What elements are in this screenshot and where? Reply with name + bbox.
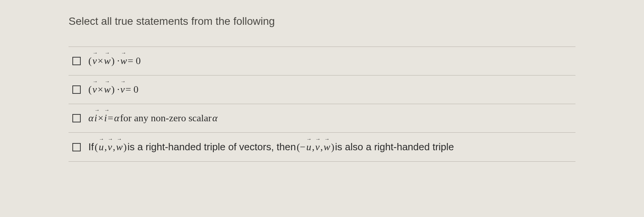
option-row: (v × w) · w = 0: [69, 47, 575, 76]
option-row: αi × i = α for any non-zero scalar α: [69, 104, 575, 133]
options-container: (v × w) · w = 0 (v × w) · v = 0 αi × i =…: [69, 47, 575, 162]
question-prompt: Select all true statements from the foll…: [69, 15, 575, 27]
option-text-1: (v × w) · w = 0: [88, 55, 141, 67]
checkbox-option-3[interactable]: [72, 114, 81, 122]
option-text-2: (v × w) · v = 0: [88, 84, 139, 95]
option-text-3: αi × i = α for any non-zero scalar α: [88, 113, 217, 124]
checkbox-option-4[interactable]: [72, 143, 81, 151]
checkbox-option-2[interactable]: [72, 85, 81, 94]
option-row: If (u, v, w) is a right-handed triple of…: [69, 133, 575, 162]
option-text-4: If (u, v, w) is a right-handed triple of…: [88, 141, 454, 153]
option-row: (v × w) · v = 0: [69, 76, 575, 104]
checkbox-option-1[interactable]: [72, 57, 81, 65]
